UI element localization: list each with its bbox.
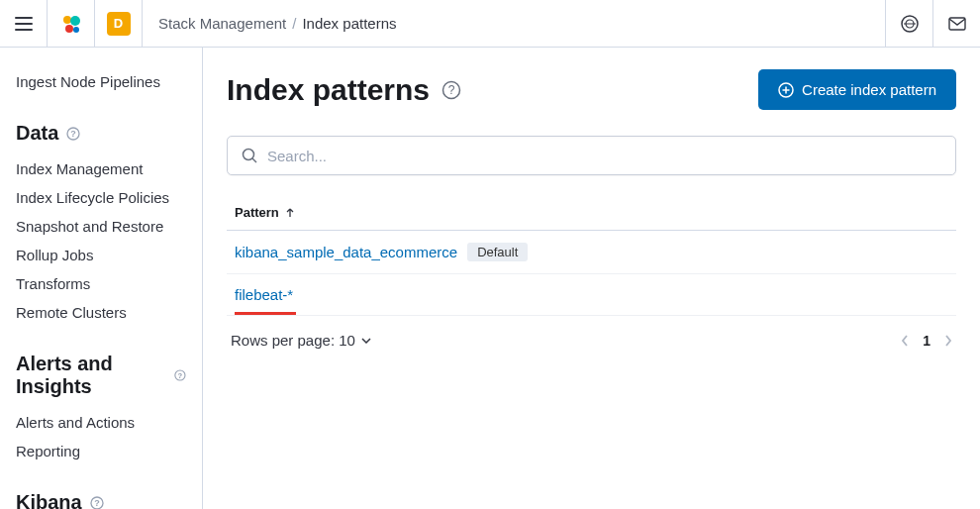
pattern-link[interactable]: filebeat-*	[235, 286, 293, 303]
sidebar-item-remote-clusters[interactable]: Remote Clusters	[0, 298, 202, 327]
search-box[interactable]	[227, 136, 956, 175]
svg-text:?: ?	[448, 83, 455, 97]
sidebar-item-ingest-pipelines[interactable]: Ingest Node Pipelines	[0, 67, 202, 96]
sidebar: Ingest Node Pipelines Data ? Index Manag…	[0, 48, 203, 509]
sidebar-item-index-management[interactable]: Index Management	[0, 154, 202, 183]
breadcrumb: Stack Management / Index patterns	[143, 15, 412, 32]
sidebar-section-kibana: Kibana ?	[0, 491, 202, 509]
hamburger-icon	[15, 17, 33, 31]
breadcrumb-current: Index patterns	[302, 15, 396, 32]
column-pattern: Pattern	[235, 205, 279, 220]
sidebar-item-transforms[interactable]: Transforms	[0, 269, 202, 298]
svg-point-4	[70, 16, 80, 26]
svg-point-6	[73, 27, 79, 33]
svg-rect-10	[949, 18, 965, 30]
elastic-logo[interactable]	[48, 0, 95, 48]
chevron-down-icon	[361, 338, 371, 344]
sidebar-section-label: Alerts and Insights	[16, 353, 166, 398]
svg-rect-0	[15, 17, 33, 19]
rows-per-page-label: Rows per page: 10	[231, 332, 355, 349]
sidebar-section-label: Kibana	[16, 491, 82, 509]
breadcrumb-separator: /	[292, 15, 296, 32]
svg-rect-2	[15, 29, 33, 31]
svg-rect-1	[15, 23, 33, 25]
current-page[interactable]: 1	[923, 333, 931, 349]
nav-toggle-button[interactable]	[0, 0, 48, 48]
help-button[interactable]	[885, 0, 932, 48]
elastic-logo-icon	[59, 12, 83, 36]
search-input[interactable]	[267, 148, 941, 164]
plus-circle-icon	[778, 82, 794, 98]
sidebar-section-alerts: Alerts and Insights ?	[0, 353, 202, 408]
sort-asc-icon	[285, 208, 295, 218]
default-badge: Default	[467, 243, 528, 261]
chevron-left-icon[interactable]	[901, 335, 909, 347]
page-title: Index patterns	[227, 73, 430, 107]
space-badge-letter: D	[114, 16, 123, 31]
newsfeed-button[interactable]	[932, 0, 980, 48]
svg-point-5	[65, 25, 73, 33]
sidebar-item-alerts-actions[interactable]: Alerts and Actions	[0, 408, 202, 437]
space-badge: D	[107, 12, 131, 36]
svg-text:?: ?	[178, 371, 183, 380]
sidebar-item-ilm[interactable]: Index Lifecycle Policies	[0, 183, 202, 212]
table-row: kibana_sample_data_ecommerce Default	[227, 231, 956, 274]
svg-text:?: ?	[71, 129, 77, 139]
main-content: Index patterns ? Create index pattern	[203, 48, 980, 509]
svg-text:?: ?	[94, 498, 100, 508]
mail-icon	[948, 17, 966, 31]
help-icon	[901, 15, 919, 33]
paginator: 1	[901, 333, 952, 349]
pattern-link[interactable]: kibana_sample_data_ecommerce	[235, 244, 457, 260]
rows-per-page-selector[interactable]: Rows per page: 10	[231, 332, 371, 349]
create-index-pattern-button[interactable]: Create index pattern	[758, 69, 956, 110]
help-circle-icon[interactable]: ?	[174, 368, 186, 382]
sidebar-section-data: Data ?	[0, 122, 202, 154]
svg-point-3	[63, 16, 71, 24]
table-header[interactable]: Pattern	[227, 205, 956, 231]
sidebar-item-rollup[interactable]: Rollup Jobs	[0, 241, 202, 269]
help-circle-icon[interactable]: ?	[66, 127, 80, 141]
space-selector[interactable]: D	[95, 0, 143, 48]
chevron-right-icon[interactable]	[944, 335, 952, 347]
sidebar-section-label: Data	[16, 122, 58, 145]
sidebar-item-snapshot-restore[interactable]: Snapshot and Restore	[0, 212, 202, 241]
sidebar-item-reporting[interactable]: Reporting	[0, 437, 202, 465]
help-circle-icon[interactable]: ?	[441, 80, 461, 100]
search-icon	[242, 148, 257, 163]
breadcrumb-parent[interactable]: Stack Management	[158, 15, 286, 32]
table-row: filebeat-*	[227, 274, 956, 316]
help-circle-icon[interactable]: ?	[90, 496, 104, 510]
create-button-label: Create index pattern	[802, 81, 936, 98]
svg-line-23	[252, 158, 256, 162]
svg-point-22	[244, 150, 254, 160]
